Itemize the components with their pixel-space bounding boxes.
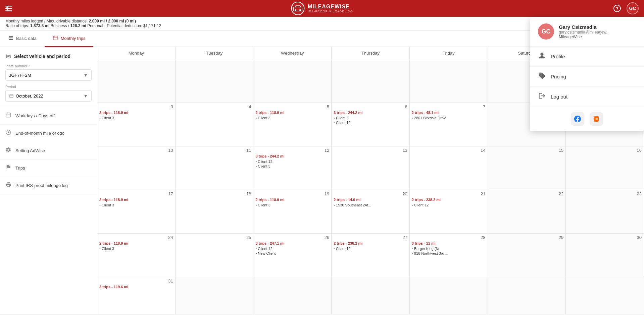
tab-monthly-trips-label: Monthly trips [61,36,86,41]
cal-trips-count: 3 trips - 244.2 mi [334,111,407,115]
cal-cell[interactable]: 4 [176,103,254,146]
cal-cell[interactable]: 32 trips - 118.9 miClient 3 [97,103,176,146]
profile-avatar: GC [538,23,554,40]
cal-client: Client 12 [412,203,486,207]
sidebar-item-print[interactable]: Print IRS-proof mileage log [0,177,97,194]
info-bar-line1: Monthly miles logged / Max. drivable dis… [5,19,161,23]
svg-rect-11 [53,36,57,40]
cal-header-monday: Monday [97,47,176,59]
sidebar-item-adwise[interactable]: Setting AdWise [0,142,97,160]
cal-date: 3 [99,104,173,109]
plate-input[interactable]: JGF7FF2M ▼ [5,69,92,81]
car-icon [5,53,11,60]
cal-cell[interactable]: 16 [566,146,644,190]
sidebar-section-title-text: Select vehicle and period [14,54,70,59]
cal-cell[interactable]: 15 [488,146,566,190]
cal-cell[interactable]: 63 trips - 244.2 miClient 3Client 12 [332,103,410,146]
sidebar-item-odometer[interactable]: End-of-month mile of odo [0,125,97,142]
cal-cell [488,277,566,314]
logout-label: Log out [551,94,567,100]
cal-cell[interactable]: 313 trips - 119.6 mi [97,277,176,314]
cal-cell[interactable]: 29 [488,234,566,277]
sidebar-item-workdays[interactable]: Workdays / Days-off [0,107,97,125]
svg-rect-0 [5,6,12,7]
profile-menu-item-logout[interactable]: Log out [530,87,644,107]
cal-date: 21 [412,191,486,196]
cal-cell[interactable]: 14 [410,146,488,190]
profile-label: Profile [551,54,565,59]
profile-menu-item-pricing[interactable]: Pricing [530,67,644,87]
cal-cell[interactable]: 212 trips - 238.2 miClient 12 [410,190,488,234]
cal-date: 14 [412,148,486,153]
logout-icon [538,92,546,101]
cal-cell[interactable]: 30 [566,234,644,277]
cal-cell [176,59,254,103]
cal-date: 11 [178,148,251,153]
help-button[interactable]: ? [613,4,621,12]
cal-cell[interactable]: 22 [488,190,566,234]
cal-cell[interactable]: 263 trips - 247.1 miClient 12New Client [253,234,332,277]
cal-cell[interactable]: 192 trips - 118.9 miClient 3 [253,190,332,234]
sidebar-item-label-trips: Trips [15,166,25,171]
workdays-icon [5,112,11,120]
cal-trips-count: 3 trips - 247.1 mi [255,241,329,245]
cal-client: Client 3 [334,116,407,120]
cal-cell[interactable]: 272 trips - 238.2 miClient 12 [332,234,410,277]
cal-header-tuesday: Tuesday [176,47,254,59]
profile-popup-header: GC Gary Csizmadia gary.csizmadia@mileage… [530,17,644,47]
plate-value: JGF7FF2M [9,73,31,78]
cal-date: 27 [334,235,407,240]
cal-client: Client 3 [99,116,173,120]
sidebar-section-title: Select vehicle and period [5,53,92,60]
cal-cell[interactable]: 172 trips - 118.9 miClient 3 [97,190,176,234]
cal-date: 29 [490,235,564,240]
cal-cell [253,277,332,314]
svg-text:?: ? [616,6,618,11]
cal-trips-count: 2 trips - 48.1 mi [412,111,486,115]
pricing-icon [538,72,546,81]
sidebar-item-trips[interactable]: Trips [0,160,97,177]
cal-cell [410,277,488,314]
cal-client: Client 3 [255,203,329,207]
cal-cell[interactable]: 10 [97,146,176,190]
blogger-button[interactable] [590,112,603,126]
facebook-button[interactable] [571,112,584,126]
tab-monthly-trips[interactable]: Monthly trips [45,30,94,47]
cal-cell[interactable]: 242 trips - 118.9 miClient 3 [97,234,176,277]
profile-popup: GC Gary Csizmadia gary.csizmadia@mileage… [530,17,644,131]
svg-rect-17 [12,94,12,94]
profile-menu-item-profile[interactable]: Profile [530,47,644,67]
cal-cell[interactable]: 72 trips - 48.1 mi2861 Birkdale Drive [410,103,488,146]
cal-date: 20 [334,191,407,196]
cal-header-wednesday: Wednesday [253,47,332,59]
user-avatar-button[interactable]: GC [627,2,639,14]
plate-label: Plate number * [5,64,92,68]
back-button[interactable] [5,5,13,12]
cal-cell[interactable]: 13 [332,146,410,190]
cal-cell[interactable]: 202 trips - 14.9 mi1530 Southeast 24t... [332,190,410,234]
cal-date: 24 [99,235,173,240]
profile-brand: MileageWise [559,35,609,39]
cal-date: 6 [334,104,407,109]
cal-cell[interactable]: 123 trips - 244.2 miClient 12Client 3 [253,146,332,190]
sidebar-item-label-adwise: Setting AdWise [15,148,45,153]
cal-date: 16 [568,148,642,153]
cal-cell[interactable]: 23 [566,190,644,234]
cal-cell[interactable]: 11 [176,146,254,190]
logo-icon [291,2,304,15]
cal-cell[interactable]: 18 [176,190,254,234]
svg-rect-21 [9,113,10,114]
cal-cell[interactable]: 52 trips - 118.9 miClient 3 [253,103,332,146]
cal-cell[interactable]: 283 trips - 11 miBurger King (6)818 Nort… [410,234,488,277]
sidebar: Select vehicle and period Plate number *… [0,47,97,314]
cal-date: 23 [568,191,642,196]
cal-date: 30 [568,235,642,240]
period-input[interactable]: October, 2022 ▼ [5,90,92,102]
cal-trips-count: 2 trips - 118.9 mi [255,198,329,202]
cal-cell[interactable]: 25 [176,234,254,277]
cal-client: Client 3 [255,164,329,168]
tab-basic-data[interactable]: Basic data [0,30,45,47]
cal-date: 7 [412,104,486,109]
cal-trips-count: 2 trips - 118.9 mi [99,198,173,202]
cal-date: 28 [412,235,486,240]
